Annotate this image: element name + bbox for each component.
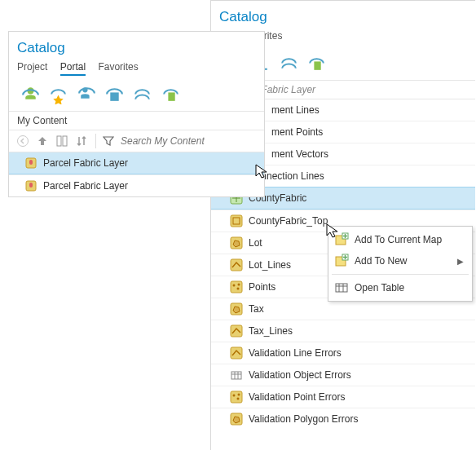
svg-rect-11 — [231, 215, 242, 227]
sort-button[interactable] — [73, 132, 90, 150]
lines-icon — [229, 324, 244, 338]
tab-favorites[interactable]: Favorites — [98, 61, 138, 76]
list-item[interactable]: Validation Point Errors — [211, 386, 475, 408]
list-item-label: Validation Line Errors — [249, 347, 342, 359]
menu-item[interactable]: Add To New▶ — [328, 250, 472, 271]
list-item-label: Lot_Lines — [249, 259, 291, 271]
lines-icon — [229, 258, 244, 272]
list-item-label: Parcel Fabric Layer — [43, 180, 128, 192]
list-item-label: Tax — [249, 303, 264, 315]
poly-icon — [229, 236, 244, 250]
points-icon — [229, 390, 244, 404]
view-button[interactable] — [53, 132, 71, 150]
obj-icon — [229, 368, 244, 382]
addmap-icon — [333, 253, 350, 269]
list-item[interactable]: Validation Object Errors — [211, 364, 475, 386]
living-atlas-icon[interactable] — [161, 84, 181, 104]
svg-point-16 — [233, 285, 236, 287]
section-header: My Content — [9, 111, 264, 130]
list-item-label: Validation Point Errors — [249, 391, 346, 403]
living-atlas-icon[interactable] — [306, 53, 327, 73]
svg-point-26 — [238, 394, 240, 396]
list-item[interactable]: Validation Polygon Errors — [211, 408, 475, 430]
svg-rect-31 — [168, 92, 174, 100]
list-item[interactable]: Parcel Fabric Layer — [9, 174, 264, 196]
all-portal-icon[interactable] — [279, 53, 299, 73]
list-item-label: Validation Polygon Errors — [249, 413, 359, 425]
lines-icon — [229, 346, 244, 360]
list-item-label: Points — [249, 281, 275, 293]
points-icon — [229, 280, 244, 294]
svg-rect-30 — [110, 92, 118, 100]
my-favorites-icon[interactable] — [48, 84, 68, 104]
list-item-label: Parcel Fabric Layer — [43, 157, 128, 169]
svg-rect-20 — [231, 325, 242, 337]
list-item[interactable]: Validation Line Errors — [211, 342, 475, 364]
portal-filter-bar — [9, 81, 264, 111]
svg-point-18 — [238, 284, 240, 286]
svg-rect-34 — [63, 136, 67, 146]
my-org-icon[interactable] — [104, 84, 125, 104]
svg-rect-33 — [57, 136, 61, 146]
divider — [95, 134, 96, 148]
list-item-label: Validation Object Errors — [249, 369, 351, 381]
list-item-label: Tax_Lines — [249, 325, 293, 337]
svg-rect-15 — [231, 281, 242, 293]
tab-strip: Project Portal Favorites — [9, 60, 264, 81]
list-item[interactable]: Tax_Lines — [211, 320, 475, 342]
list-item-label: ment Lines — [271, 104, 320, 116]
menu-item[interactable]: Add To Current Map — [328, 229, 472, 250]
catalog-pane-left: Catalog Project Portal Favorites My Cont… — [8, 31, 265, 197]
svg-rect-21 — [231, 347, 242, 359]
menu-item-label: Add To Current Map — [355, 234, 442, 245]
context-menu: Add To Current MapAdd To New▶Open Table — [328, 226, 473, 302]
layer-list: Parcel Fabric LayerParcel Fabric Layer — [9, 152, 264, 196]
all-portal-icon[interactable] — [132, 84, 152, 104]
svg-rect-22 — [231, 372, 241, 379]
menu-item[interactable]: Open Table — [328, 277, 472, 298]
svg-point-25 — [237, 398, 240, 400]
pfl-icon — [24, 156, 38, 170]
content-toolbar — [9, 130, 264, 152]
list-item-label: ment Vectors — [271, 148, 328, 160]
filter-button[interactable] — [99, 132, 117, 150]
tab-portal[interactable]: Portal — [60, 61, 86, 76]
topo-icon — [229, 214, 244, 228]
poly-icon — [229, 302, 244, 316]
list-item-label: Lot — [249, 237, 262, 249]
svg-rect-14 — [231, 259, 242, 271]
search-input[interactable] — [119, 132, 259, 150]
pane-title: Catalog — [211, 1, 475, 29]
svg-rect-36 — [29, 160, 33, 165]
pane-title: Catalog — [9, 32, 264, 60]
poly-icon — [229, 412, 244, 426]
pfl-icon — [24, 179, 38, 193]
table-icon — [333, 280, 350, 296]
submenu-arrow-icon: ▶ — [457, 257, 464, 266]
tab-project[interactable]: Project — [17, 61, 47, 76]
svg-point-17 — [237, 288, 240, 290]
menu-item-label: Add To New — [355, 255, 407, 267]
svg-rect-38 — [29, 183, 33, 188]
list-item-label: ment Points — [271, 126, 323, 138]
menu-item-label: Open Table — [355, 282, 404, 293]
list-item[interactable]: Parcel Fabric Layer — [9, 152, 264, 174]
my-groups-icon[interactable] — [77, 84, 97, 104]
up-button[interactable] — [33, 132, 51, 150]
svg-rect-43 — [336, 284, 347, 292]
svg-point-32 — [18, 136, 29, 147]
back-button[interactable] — [14, 132, 32, 150]
svg-rect-2 — [314, 61, 320, 69]
svg-point-24 — [233, 395, 236, 397]
my-content-icon[interactable] — [20, 84, 41, 104]
addmap-icon — [333, 232, 350, 248]
menu-separator — [332, 274, 469, 275]
list-item-label: CountyFabric_Top — [249, 215, 328, 227]
svg-rect-23 — [231, 391, 242, 403]
